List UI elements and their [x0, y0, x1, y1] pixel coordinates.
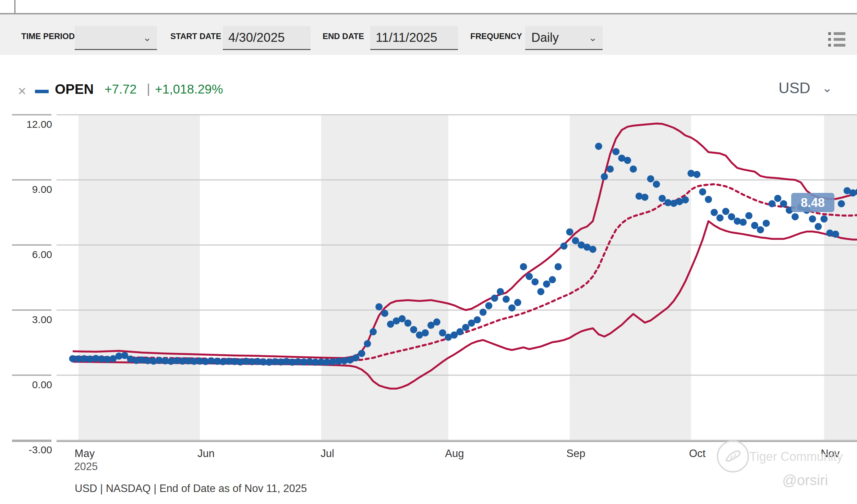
start-date-input[interactable] [223, 26, 311, 50]
x-tick-label: Aug [445, 447, 464, 459]
panel-border [14, 0, 15, 13]
frequency-value: Daily [531, 30, 559, 45]
price-chart[interactable]: 12.009.006.003.000.00-3.00May2025JunJulA… [0, 0, 857, 504]
start-date-label: START DATE [170, 32, 221, 41]
x-tick-label: Jun [197, 447, 215, 459]
price-tooltip: 8.48 [791, 193, 834, 212]
x-tick-label: Oct [689, 447, 706, 459]
chevron-down-icon: ⌄ [822, 81, 832, 95]
chart-settings-toolbar: TIME PERIOD ⌄ START DATE END DATE FREQUE… [0, 14, 857, 55]
legend-separator: | [147, 82, 150, 96]
currency-dropdown[interactable]: USD ⌄ [778, 79, 832, 97]
currency-value: USD [778, 79, 810, 97]
x-tick-label: Jul [321, 447, 334, 459]
y-tick-label: 3.00 [32, 314, 52, 325]
month-shade-Sep [570, 115, 691, 441]
frequency-label: FREQUENCY [470, 32, 522, 41]
series-change-percent: +1,018.29% [155, 82, 223, 97]
y-tick-label: 9.00 [32, 184, 52, 195]
chevron-down-icon: ⌄ [589, 32, 597, 44]
y-tick-label: 0.00 [32, 379, 52, 390]
x-tick-label: Nov [821, 447, 840, 459]
time-period-label: TIME PERIOD [21, 32, 75, 41]
chevron-down-icon: ⌄ [143, 32, 152, 44]
frequency-select[interactable]: Daily ⌄ [525, 26, 603, 50]
x-tick-sublabel: 2025 [74, 460, 98, 472]
chart-footnote: USD | NASDAQ | End of Date as of Nov 11,… [75, 482, 307, 495]
series-legend: × OPEN +7.72 | +1,018.29% USD ⌄ [0, 82, 857, 102]
x-tick-label: May [75, 447, 95, 459]
series-change: +7.72 [105, 82, 137, 97]
month-shade-Nov [824, 115, 857, 441]
top-panel-edge [0, 0, 857, 14]
y-tick-label: -3.00 [29, 444, 52, 455]
y-tick-label: 6.00 [32, 249, 52, 260]
x-tick-label: Sep [566, 447, 585, 459]
series-color-swatch [35, 90, 49, 93]
time-period-select[interactable]: ⌄ [75, 26, 157, 50]
end-date-label: END DATE [323, 32, 364, 41]
list-icon[interactable] [828, 32, 845, 48]
end-date-input[interactable] [370, 26, 458, 50]
month-shade-Jul [321, 115, 448, 441]
series-name: OPEN [55, 82, 94, 97]
close-icon[interactable]: × [18, 83, 26, 99]
tooltip-value: 8.48 [801, 196, 825, 210]
month-shade-May [79, 115, 200, 441]
y-tick-label: 12.00 [26, 119, 52, 130]
